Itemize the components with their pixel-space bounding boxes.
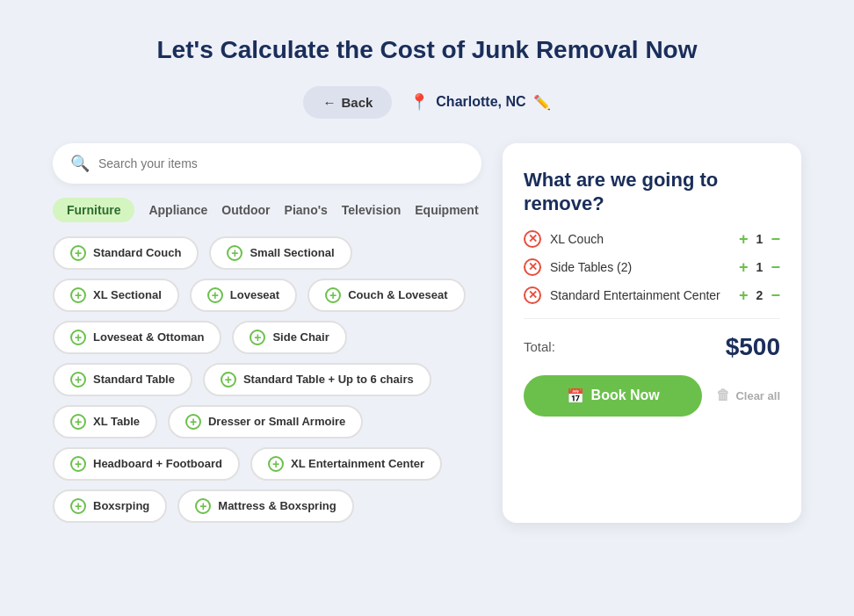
items-grid: +Standard Couch+Small Sectional+XL Secti…: [53, 236, 481, 523]
remove-item-icon[interactable]: ✕: [524, 286, 541, 304]
category-filters: Furniture Appliance Outdoor Piano's Tele…: [53, 198, 481, 222]
qty-value: 2: [755, 288, 764, 302]
main-content: 🔍 Furniture Appliance Outdoor Piano's Te…: [53, 143, 801, 523]
filter-btn-equipment[interactable]: Equipment: [415, 199, 478, 221]
selected-items-list: ✕ XL Couch + 1 − ✕ Side Tables (2) + 1 −…: [524, 230, 780, 304]
item-btn-standard-couch[interactable]: +Standard Couch: [53, 236, 199, 270]
filter-btn-outdoor[interactable]: Outdoor: [221, 199, 270, 221]
item-btn-loveseat-ottoman[interactable]: +Loveseat & Ottoman: [53, 321, 221, 354]
items-row: +Standard Table+Standard Table + Up to 6…: [53, 363, 481, 396]
item-btn-standard-table[interactable]: +Standard Table: [53, 363, 192, 396]
filter-btn-pianos[interactable]: Piano's: [285, 199, 328, 221]
item-label: Headboard + Footboard: [93, 457, 222, 470]
qty-increase-btn[interactable]: +: [739, 231, 749, 247]
filter-btn-furniture[interactable]: Furniture: [53, 198, 134, 222]
clear-label: Clear all: [735, 389, 780, 402]
item-btn-xl-table[interactable]: +XL Table: [53, 405, 157, 438]
total-row: Total: $500: [524, 333, 780, 361]
qty-value: 1: [755, 260, 764, 274]
book-now-button[interactable]: 📅 Book Now: [524, 375, 702, 417]
qty-decrease-btn[interactable]: −: [771, 231, 780, 247]
item-label: Loveseat & Ottoman: [93, 330, 204, 344]
item-label: XL Entertainment Center: [291, 457, 424, 470]
plus-icon: +: [70, 330, 86, 345]
total-value: $500: [726, 333, 780, 361]
plus-icon: +: [268, 456, 284, 472]
plus-icon: +: [70, 372, 86, 388]
plus-icon: +: [70, 245, 86, 261]
plus-icon: +: [195, 498, 211, 514]
qty-controls: + 1 −: [739, 259, 780, 275]
plus-icon: +: [70, 287, 86, 303]
plus-icon: +: [325, 287, 341, 303]
location-text: Charlotte, NC: [436, 94, 525, 110]
qty-increase-btn[interactable]: +: [739, 259, 749, 275]
item-btn-boxspring[interactable]: +Boxsrping: [53, 489, 167, 523]
item-btn-dresser-small-armoire[interactable]: +Dresser or Small Armoire: [168, 405, 363, 438]
location-display: 📍 Charlotte, NC ✏️: [409, 92, 550, 112]
edit-location-icon[interactable]: ✏️: [533, 94, 551, 111]
panel-title: What are we going to remove?: [524, 168, 780, 216]
item-label: Boxsrping: [93, 499, 149, 512]
left-panel: 🔍 Furniture Appliance Outdoor Piano's Te…: [53, 143, 481, 523]
remove-item-icon[interactable]: ✕: [524, 258, 541, 276]
item-label: Dresser or Small Armoire: [208, 415, 345, 428]
plus-icon: +: [207, 287, 223, 303]
item-label: Side Chair: [272, 330, 329, 344]
plus-icon: +: [221, 372, 236, 388]
items-row: +XL Table+Dresser or Small Armoire: [53, 405, 481, 438]
item-label: Standard Table + Up to 6 chairs: [243, 373, 414, 386]
page-title: Let's Calculate the Cost of Junk Removal…: [156, 35, 697, 65]
item-label: Standard Couch: [93, 246, 181, 259]
item-btn-xl-entertainment[interactable]: +XL Entertainment Center: [250, 447, 442, 481]
qty-increase-btn[interactable]: +: [739, 287, 749, 303]
clear-all-button[interactable]: 🗑 Clear all: [716, 388, 780, 403]
qty-decrease-btn[interactable]: −: [771, 259, 780, 275]
selected-item-name: Standard Entertainment Center: [550, 288, 730, 302]
item-label: XL Table: [93, 415, 140, 428]
plus-icon: +: [70, 414, 86, 430]
back-arrow-icon: ←: [322, 95, 336, 110]
items-row: +Loveseat & Ottoman+Side Chair: [53, 321, 481, 354]
item-btn-standard-table-chairs[interactable]: +Standard Table + Up to 6 chairs: [203, 363, 431, 396]
search-icon: 🔍: [70, 154, 90, 173]
qty-controls: + 2 −: [739, 287, 780, 303]
plus-icon: +: [70, 498, 86, 514]
filter-btn-television[interactable]: Television: [342, 199, 401, 221]
plus-icon: +: [250, 330, 265, 345]
filter-btn-appliance[interactable]: Appliance: [148, 199, 207, 221]
selected-item-name: XL Couch: [550, 232, 730, 246]
location-icon: 📍: [409, 92, 429, 112]
remove-item-icon[interactable]: ✕: [524, 230, 541, 248]
qty-decrease-btn[interactable]: −: [771, 287, 780, 303]
back-button[interactable]: ← Back: [303, 86, 392, 119]
item-btn-mattress-boxspring[interactable]: +Mattress & Boxspring: [177, 489, 353, 523]
item-label: Standard Table: [93, 373, 175, 386]
item-btn-headboard-footboard[interactable]: +Headboard + Footboard: [53, 447, 240, 481]
item-btn-loveseat[interactable]: +Loveseat: [190, 279, 297, 312]
list-item: ✕ Standard Entertainment Center + 2 −: [524, 286, 780, 304]
plus-icon: +: [70, 456, 86, 472]
item-btn-side-chair[interactable]: +Side Chair: [232, 321, 346, 354]
list-item: ✕ Side Tables (2) + 1 −: [524, 258, 780, 276]
top-controls: ← Back 📍 Charlotte, NC ✏️: [303, 86, 550, 119]
trash-icon: 🗑: [716, 388, 730, 403]
plus-icon: +: [227, 245, 242, 261]
total-label: Total:: [524, 339, 555, 354]
search-input[interactable]: [98, 156, 464, 170]
qty-value: 1: [755, 232, 764, 246]
item-btn-xl-sectional[interactable]: +XL Sectional: [53, 279, 179, 312]
book-label: Book Now: [591, 388, 660, 403]
selected-item-name: Side Tables (2): [550, 260, 730, 274]
items-row: +Boxsrping+Mattress & Boxspring: [53, 489, 481, 523]
qty-controls: + 1 −: [739, 231, 780, 247]
item-btn-small-sectional[interactable]: +Small Sectional: [209, 236, 351, 270]
plus-icon: +: [185, 414, 201, 430]
item-label: Couch & Loveseat: [348, 288, 447, 301]
item-label: XL Sectional: [93, 288, 162, 301]
item-label: Mattress & Boxspring: [218, 499, 336, 512]
right-panel: What are we going to remove? ✕ XL Couch …: [503, 143, 801, 523]
item-btn-couch-loveseat[interactable]: +Couch & Loveseat: [308, 279, 465, 312]
item-label: Small Sectional: [250, 246, 334, 259]
search-box: 🔍: [53, 143, 481, 184]
